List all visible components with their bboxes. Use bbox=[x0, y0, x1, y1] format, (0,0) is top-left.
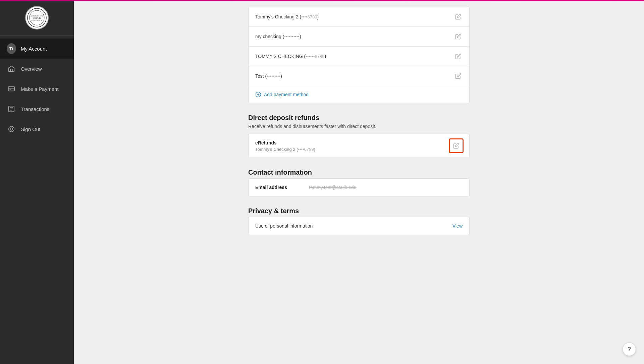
sidebar-logo: CALIFORNIA STATE CSULB LONG BEACH bbox=[0, 0, 74, 36]
payment-item-label: Tommy's Checking 2 (••••6789) bbox=[255, 14, 319, 19]
privacy-view-link[interactable]: View bbox=[452, 223, 463, 229]
sidebar-navigation: Tt My Account Overview bbox=[0, 36, 74, 142]
direct-deposit-title: Direct deposit refunds bbox=[248, 114, 470, 122]
sidebar-item-my-account[interactable]: Tt My Account bbox=[0, 39, 74, 59]
edit-payment-tommy-checking-upper[interactable] bbox=[454, 52, 463, 61]
privacy-card: Use of personal information View bbox=[248, 217, 470, 235]
sidebar: CALIFORNIA STATE CSULB LONG BEACH Tt My … bbox=[0, 0, 74, 364]
sidebar-item-transactions-label: Transactions bbox=[21, 106, 49, 112]
payment-item-tommy-checking2: Tommy's Checking 2 (••••6789) bbox=[249, 7, 469, 27]
direct-deposit-subtitle: Receive refunds and disbursements faster… bbox=[248, 124, 470, 129]
payment-methods-list: Tommy's Checking 2 (••••6789) my checkin… bbox=[248, 7, 470, 103]
add-payment-method-row: Add payment method bbox=[249, 86, 469, 103]
svg-text:LONG BEACH: LONG BEACH bbox=[32, 20, 42, 21]
sidebar-item-my-account-label: My Account bbox=[21, 46, 47, 52]
payment-item-label: Test (•••••••••) bbox=[255, 73, 282, 79]
email-value: tommy.test@csulb.edu bbox=[309, 185, 357, 190]
svg-rect-7 bbox=[8, 87, 14, 91]
signout-icon bbox=[7, 124, 16, 134]
sidebar-item-overview-label: Overview bbox=[21, 66, 42, 72]
sidebar-item-overview[interactable]: Overview bbox=[0, 59, 74, 79]
privacy-use-of-info-label: Use of personal information bbox=[255, 223, 313, 229]
email-row: Email address tommy.test@csulb.edu bbox=[249, 179, 469, 196]
payment-item-label: my checking (••••••••••) bbox=[255, 34, 301, 39]
svg-point-15 bbox=[10, 128, 12, 130]
home-icon bbox=[7, 64, 16, 73]
erefunds-card: eRefunds Tommy's Checking 2 (••••6789) bbox=[248, 134, 470, 158]
svg-text:CSULB: CSULB bbox=[33, 17, 41, 19]
user-account-icon: Tt bbox=[7, 44, 16, 53]
direct-deposit-section: Direct deposit refunds Receive refunds a… bbox=[248, 114, 470, 158]
payment-item-tommy-checking-upper: TOMMY'S CHECKING (••••••6789) bbox=[249, 47, 469, 66]
contact-info-title: Contact information bbox=[248, 169, 470, 176]
erefunds-row: eRefunds Tommy's Checking 2 (••••6789) bbox=[249, 134, 469, 158]
payment-item-my-checking: my checking (••••••••••) bbox=[249, 27, 469, 47]
payment-icon bbox=[7, 84, 16, 94]
user-initials: Tt bbox=[9, 46, 13, 51]
sidebar-item-make-payment[interactable]: Make a Payment bbox=[0, 79, 74, 99]
erefunds-account: Tommy's Checking 2 (••••6789) bbox=[255, 147, 315, 152]
privacy-row: Use of personal information View bbox=[249, 217, 469, 235]
add-payment-label: Add payment method bbox=[264, 92, 309, 97]
payment-item-label: TOMMY'S CHECKING (••••••6789) bbox=[255, 54, 326, 59]
sidebar-item-transactions[interactable]: Transactions bbox=[0, 99, 74, 119]
top-accent-bar bbox=[0, 0, 644, 1]
email-label: Email address bbox=[255, 185, 302, 190]
edit-payment-my-checking[interactable] bbox=[454, 32, 463, 41]
help-icon: ? bbox=[628, 346, 631, 353]
contact-information-section: Contact information Email address tommy.… bbox=[248, 169, 470, 196]
edit-payment-tommy-checking2[interactable] bbox=[454, 12, 463, 21]
sidebar-item-sign-out[interactable]: Sign Out bbox=[0, 119, 74, 139]
svg-rect-6 bbox=[10, 69, 12, 71]
university-logo: CALIFORNIA STATE CSULB LONG BEACH bbox=[25, 6, 49, 29]
transactions-icon bbox=[7, 104, 16, 114]
help-button[interactable]: ? bbox=[623, 343, 636, 356]
svg-point-14 bbox=[9, 126, 14, 132]
payment-item-test: Test (•••••••••) bbox=[249, 66, 469, 86]
privacy-title: Privacy & terms bbox=[248, 207, 470, 215]
main-content: Tommy's Checking 2 (••••6789) my checkin… bbox=[74, 0, 644, 364]
sidebar-item-make-payment-label: Make a Payment bbox=[21, 86, 59, 92]
privacy-section: Privacy & terms Use of personal informat… bbox=[248, 207, 470, 235]
edit-erefunds-button[interactable] bbox=[450, 139, 463, 152]
erefunds-info: eRefunds Tommy's Checking 2 (••••6789) bbox=[255, 140, 315, 152]
contact-card: Email address tommy.test@csulb.edu bbox=[248, 178, 470, 196]
add-payment-method-link[interactable]: Add payment method bbox=[255, 92, 309, 98]
sidebar-item-sign-out-label: Sign Out bbox=[21, 126, 40, 132]
edit-payment-test[interactable] bbox=[454, 72, 463, 80]
erefunds-label: eRefunds bbox=[255, 140, 315, 145]
